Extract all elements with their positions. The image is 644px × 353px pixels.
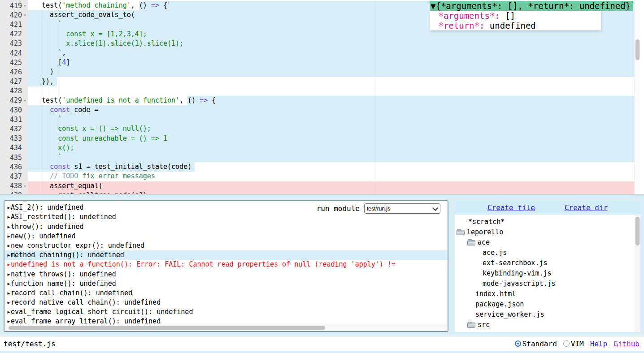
test-result-item[interactable]: ▸undefined is not a function(): Error: F… bbox=[4, 260, 448, 269]
code-editor[interactable]: 419▾420▾421422423424425426427428429▾4304… bbox=[0, 0, 644, 194]
file-tree-item[interactable]: package.json bbox=[455, 299, 640, 310]
keybinding-option-vim[interactable]: VIM bbox=[563, 340, 584, 348]
line-number: 437 bbox=[0, 172, 22, 181]
github-link[interactable]: Github bbox=[614, 340, 640, 348]
expand-triangle-icon[interactable]: ▸ bbox=[7, 260, 11, 269]
create-dir-link[interactable]: Create dir bbox=[565, 203, 608, 212]
keybinding-option-standard[interactable]: Standard bbox=[515, 340, 557, 348]
call-highlight: ` bbox=[28, 115, 635, 124]
code-line-439[interactable]: root_calltree_node(s1) bbox=[28, 191, 635, 194]
fold-arrow-icon[interactable]: ▾ bbox=[22, 3, 28, 8]
code-line-431[interactable]: ` bbox=[28, 115, 635, 124]
test-result-item[interactable]: ▸record call chain(): undefined bbox=[4, 288, 448, 298]
test-result-item[interactable]: ▸throw(): undefined bbox=[4, 222, 448, 232]
file-tree-scrollbar[interactable] bbox=[635, 215, 640, 332]
code-line-prefix: // TODO fix error messages bbox=[28, 172, 155, 181]
line-number: 425 bbox=[0, 59, 22, 67]
expand-triangle-icon[interactable]: ▸ bbox=[7, 288, 11, 298]
fold-arrow-icon[interactable]: ▾ bbox=[22, 98, 28, 103]
code-token: x.slice(1).slice(1).slice(1); bbox=[66, 39, 183, 48]
gutter-line-420: 420▾ bbox=[0, 10, 28, 20]
scrollbar-thumb[interactable] bbox=[9, 326, 325, 330]
code-token bbox=[34, 124, 58, 133]
test-result-item[interactable]: ▸new(): undefined bbox=[4, 232, 448, 241]
code-line-428[interactable] bbox=[28, 86, 635, 96]
value-tooltip-summary[interactable]: ▼{*arguments*: [], *return*: undefined} bbox=[430, 1, 633, 11]
fold-arrow-icon[interactable]: ▾ bbox=[22, 184, 28, 189]
expand-triangle-icon[interactable]: ▸ bbox=[7, 212, 11, 222]
radio-selected-icon[interactable] bbox=[515, 340, 521, 347]
code-line-436[interactable]: const s1 = test_initial_state(code) bbox=[28, 162, 635, 172]
code-token: , bbox=[179, 96, 187, 105]
expand-triangle-icon[interactable]: ▸ bbox=[7, 250, 11, 260]
code-line-425[interactable]: [4] bbox=[28, 58, 635, 67]
fold-arrow-icon[interactable]: ▾ bbox=[22, 13, 28, 17]
test-result-item[interactable]: ▸new constructor expr(): undefined bbox=[4, 241, 448, 250]
file-tree-item[interactable]: ext-searchbox.js bbox=[455, 258, 640, 268]
tooltip-row[interactable]: *return*: undefined bbox=[430, 21, 601, 30]
line-number: 426 bbox=[0, 68, 22, 76]
expand-triangle-icon[interactable]: ▸ bbox=[7, 222, 11, 232]
test-result-item[interactable]: ▸native throws(): undefined bbox=[4, 270, 448, 279]
test-result-item[interactable]: ▸eval_frame array_literal(): undefined bbox=[4, 317, 448, 325]
expand-triangle-icon[interactable]: ▸ bbox=[7, 270, 11, 279]
code-line-426[interactable]: ) bbox=[28, 67, 635, 77]
test-result-text: ASI_2(): undefined bbox=[11, 203, 84, 211]
file-tree-item[interactable]: *scratch* bbox=[455, 217, 640, 227]
file-tree-item[interactable]: ace bbox=[455, 237, 640, 248]
code-line-432[interactable]: const x = () => null(); bbox=[28, 124, 635, 133]
expand-triangle-icon[interactable]: ▸ bbox=[7, 298, 11, 307]
results-horizontal-scrollbar[interactable] bbox=[4, 325, 448, 331]
test-result-text: eval_frame array_literal(): undefined bbox=[11, 317, 161, 325]
code-line-433[interactable]: const unreachable = () => 1 bbox=[28, 134, 635, 143]
create-file-link[interactable]: Create file bbox=[487, 203, 535, 212]
file-tree-item[interactable]: ace.js bbox=[455, 248, 640, 258]
file-tree-label: ace bbox=[478, 237, 490, 248]
code-line-424[interactable]: `, bbox=[28, 48, 635, 58]
code-token bbox=[34, 134, 58, 143]
code-line-422[interactable]: const x = [1,2,3,4]; bbox=[28, 30, 635, 39]
test-result-item[interactable]: ▸method chaining(): undefined bbox=[4, 250, 448, 260]
code-line-429[interactable]: test('undefined is not a function', () =… bbox=[28, 96, 635, 105]
expand-triangle-icon[interactable]: ▸ bbox=[7, 317, 11, 325]
expand-triangle-icon[interactable]: ▸ bbox=[7, 232, 11, 241]
test-result-item[interactable]: ▸function name(): undefined bbox=[4, 279, 448, 288]
code-line-430[interactable]: const code = bbox=[28, 105, 635, 115]
test-result-item[interactable]: ▸ASI_restrited(): undefined bbox=[4, 212, 448, 222]
call-highlight: [4] bbox=[28, 58, 635, 67]
code-line-437[interactable]: // TODO fix error messages bbox=[28, 172, 635, 181]
test-result-text: throw(): undefined bbox=[11, 223, 84, 231]
run-module-select[interactable]: test/run.js bbox=[364, 203, 440, 214]
code-line-438[interactable]: assert_equal( bbox=[28, 181, 635, 191]
scrollbar-thumb[interactable] bbox=[635, 39, 640, 60]
code-line-434[interactable]: x(); bbox=[28, 143, 635, 153]
test-result-text: function name(): undefined bbox=[11, 280, 116, 288]
expand-triangle-icon[interactable]: ▸ bbox=[7, 203, 11, 212]
file-tree-item[interactable]: leporello bbox=[455, 227, 640, 237]
tooltip-row[interactable]: *arguments*: [] bbox=[430, 11, 601, 21]
expand-triangle-icon[interactable]: ▸ bbox=[7, 279, 11, 288]
test-result-text: record call chain(): undefined bbox=[11, 289, 132, 297]
radio-unselected-icon[interactable] bbox=[563, 340, 570, 347]
file-tree-item[interactable]: ast_utils.js bbox=[455, 330, 640, 332]
file-tree-item[interactable]: keybinding-vim.js bbox=[455, 268, 640, 279]
test-result-item[interactable]: ▸record native call chain(): undefined bbox=[4, 298, 448, 307]
file-tree-item[interactable]: mode-javascript.js bbox=[455, 279, 640, 289]
code-token: s1 = test_initial_state(code) bbox=[70, 162, 191, 172]
file-tree-item[interactable]: src bbox=[455, 320, 640, 330]
code-line-427[interactable]: }), bbox=[28, 77, 635, 86]
code-token: 4 bbox=[62, 58, 66, 67]
file-tree-item[interactable]: index.html bbox=[455, 289, 640, 299]
test-result-item[interactable]: ▸eval_frame logical short circuit(): und… bbox=[4, 307, 448, 317]
editor-vertical-scrollbar[interactable] bbox=[634, 0, 640, 194]
help-link[interactable]: Help bbox=[590, 340, 608, 348]
gutter-line-433: 433 bbox=[0, 134, 28, 143]
scrollbar-thumb[interactable] bbox=[635, 217, 640, 245]
code-line-435[interactable]: ` bbox=[28, 153, 635, 162]
file-tree-item[interactable]: service_worker.js bbox=[455, 310, 640, 320]
code-line-423[interactable]: x.slice(1).slice(1).slice(1); bbox=[28, 39, 635, 48]
expand-triangle-icon[interactable]: ▸ bbox=[7, 307, 11, 317]
indent-guide bbox=[50, 1, 50, 193]
folder-icon bbox=[457, 230, 465, 235]
expand-triangle-icon[interactable]: ▸ bbox=[7, 241, 11, 250]
